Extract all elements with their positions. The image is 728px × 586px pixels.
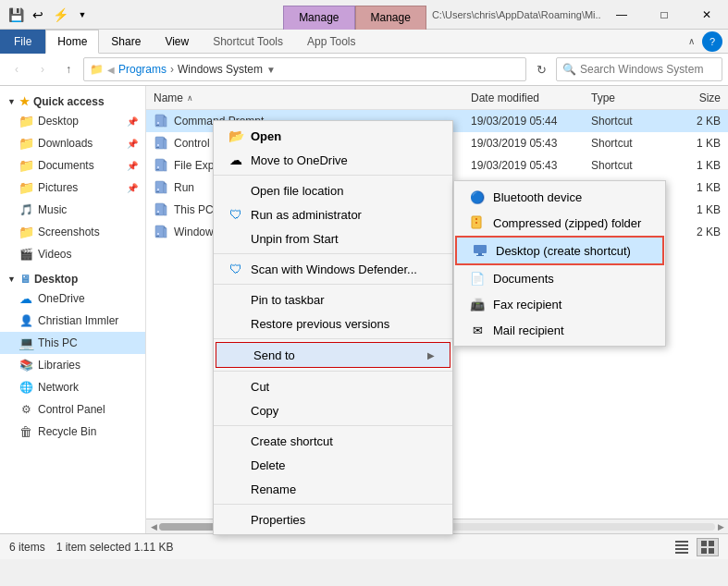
ctx-properties[interactable]: Properties: [214, 507, 452, 531]
ribbon: File Home Share View Shortcut Tools App …: [0, 30, 728, 54]
manage-tab-shortcut-tools[interactable]: Manage: [283, 6, 354, 30]
address-path-bar[interactable]: 📁 ◀ Programs › Windows System ▼: [83, 57, 526, 81]
sub-bluetooth-label: Bluetooth device: [493, 190, 582, 204]
col-name-label: Name: [154, 92, 183, 104]
sub-documents[interactable]: 📄 Documents: [454, 265, 665, 291]
sidebar-item-pictures[interactable]: 📁 Pictures 📌: [0, 177, 145, 199]
sidebar-pictures-label: Pictures: [38, 181, 78, 194]
svg-rect-13: [157, 166, 159, 168]
ctx-scan-defender[interactable]: 🛡 Scan with Windows Defender...: [214, 257, 452, 281]
ctx-send-to[interactable]: Send to ▶: [216, 342, 450, 368]
tab-view[interactable]: View: [153, 30, 201, 54]
ctx-sendto-arrow: ▶: [427, 350, 435, 360]
svg-marker-21: [164, 203, 167, 206]
ctx-cut[interactable]: Cut: [214, 374, 452, 398]
sub-fax[interactable]: 📠 Fax recipient: [454, 291, 665, 317]
tab-share[interactable]: Share: [99, 30, 153, 54]
sidebar-christian-label: Christian Immler: [38, 314, 118, 327]
svg-rect-14: [156, 169, 159, 170]
screenshots-folder-icon: 📁: [19, 225, 33, 239]
help-button[interactable]: ?: [702, 31, 722, 52]
sidebar-item-documents[interactable]: 📁 Documents 📌: [0, 154, 145, 177]
ctx-delete[interactable]: Delete: [214, 453, 452, 477]
breadcrumb-sep: ›: [170, 63, 174, 76]
ribbon-tab-row: File Home Share View Shortcut Tools App …: [0, 30, 728, 54]
svg-marker-1: [164, 115, 167, 117]
properties-quick-icon[interactable]: ⚡: [50, 5, 70, 25]
desktop-group-header[interactable]: ▼ 🖥 Desktop: [0, 267, 145, 287]
sub-mail[interactable]: ✉ Mail recipient: [454, 317, 665, 343]
sidebar-item-network[interactable]: 🌐 Network: [0, 376, 145, 398]
svg-rect-32: [675, 548, 688, 550]
list-view-btn[interactable]: [697, 538, 719, 556]
quick-access-header[interactable]: ▼ ★ Quick access: [0, 90, 145, 110]
ribbon-collapse-btn[interactable]: ∧: [685, 34, 698, 48]
forward-button[interactable]: ›: [31, 58, 54, 80]
ctx-rename[interactable]: Rename: [214, 477, 452, 501]
manage-tab-app-tools[interactable]: Manage: [355, 6, 426, 30]
col-date[interactable]: Date modified: [471, 92, 591, 104]
col-size[interactable]: Size: [665, 92, 721, 104]
sub-mail-label: Mail recipient: [493, 324, 564, 337]
ctx-pin-icon: [228, 292, 243, 307]
search-input[interactable]: [580, 63, 719, 76]
search-box[interactable]: 🔍: [556, 57, 722, 81]
ctx-rename-icon: [228, 482, 243, 496]
tab-shortcut-tools[interactable]: Shortcut Tools: [201, 30, 295, 54]
sort-indicator: ∧: [187, 93, 193, 103]
ctx-unpin-start[interactable]: Unpin from Start: [214, 226, 452, 250]
svg-rect-19: [156, 191, 159, 192]
sidebar-item-control-panel[interactable]: ⚙ Control Panel: [0, 398, 145, 421]
breadcrumb-dropdown[interactable]: ▼: [266, 65, 276, 75]
control-panel-icon: ⚙: [19, 402, 33, 417]
tab-app-tools[interactable]: App Tools: [295, 30, 367, 54]
sidebar-item-desktop[interactable]: 📁 Desktop 📌: [0, 110, 145, 132]
details-view-btn[interactable]: [671, 538, 693, 556]
thispc-icon: 💻: [19, 336, 33, 350]
scroll-right-btn[interactable]: ▶: [715, 521, 726, 532]
col-type[interactable]: Type: [591, 92, 665, 104]
sidebar-item-thispc[interactable]: 💻 This PC: [0, 332, 145, 354]
svg-rect-4: [156, 125, 159, 126]
sidebar-item-onedrive[interactable]: ☁ OneDrive: [0, 287, 145, 310]
ctx-create-shortcut[interactable]: Create shortcut: [214, 429, 452, 453]
sub-bluetooth[interactable]: 🔵 Bluetooth device: [454, 184, 665, 210]
scroll-left-btn[interactable]: ◀: [148, 521, 159, 532]
minimize-button[interactable]: —: [600, 0, 643, 30]
save-icon[interactable]: 💾: [6, 5, 26, 25]
file-type: Shortcut: [591, 137, 665, 150]
sidebar-item-downloads[interactable]: 📁 Downloads 📌: [0, 132, 145, 154]
dropdown-icon[interactable]: ▼: [72, 5, 93, 25]
sidebar-item-screenshots[interactable]: 📁 Screenshots: [0, 221, 145, 243]
ctx-restore-versions[interactable]: Restore previous versions: [214, 311, 452, 336]
status-bar: 6 items 1 item selected 1.11 KB: [0, 533, 728, 559]
ctx-copy[interactable]: Copy: [214, 398, 452, 422]
sidebar-item-music[interactable]: 🎵 Music: [0, 199, 145, 221]
ctx-move-onedrive[interactable]: ☁ Move to OneDrive: [214, 148, 452, 172]
back-button[interactable]: ‹: [6, 58, 28, 80]
sidebar-item-videos[interactable]: 🎬 Videos: [0, 243, 145, 265]
sidebar-item-recycle-bin[interactable]: 🗑 Recycle Bin: [0, 421, 145, 443]
svg-rect-37: [709, 548, 714, 554]
svg-rect-30: [675, 541, 688, 543]
ctx-pin-taskbar[interactable]: Pin to taskbar: [214, 287, 452, 311]
up-button[interactable]: ↑: [57, 58, 80, 80]
undo-icon[interactable]: ↩: [28, 5, 48, 25]
ctx-open-location[interactable]: Open file location: [214, 178, 452, 202]
sidebar-item-libraries[interactable]: 📚 Libraries: [0, 354, 145, 376]
ctx-run-admin[interactable]: 🛡 Run as administrator: [214, 202, 452, 226]
breadcrumb-windows-system[interactable]: Windows System: [178, 63, 263, 76]
close-button[interactable]: ✕: [685, 0, 728, 30]
breadcrumb-left-arrow[interactable]: ◀: [107, 65, 115, 75]
sub-compressed[interactable]: Compressed (zipped) folder: [454, 210, 665, 236]
tab-file[interactable]: File: [0, 30, 45, 54]
sidebar-item-christian[interactable]: 👤 Christian Immler: [0, 310, 145, 332]
col-name[interactable]: Name ∧: [154, 92, 471, 104]
tab-home[interactable]: Home: [45, 30, 99, 54]
breadcrumb-programs[interactable]: Programs: [118, 63, 167, 76]
sub-desktop-shortcut[interactable]: Desktop (create shortcut): [455, 236, 664, 265]
ctx-open-icon: 📂: [228, 128, 243, 143]
ctx-open[interactable]: 📂 Open: [214, 124, 452, 148]
maximize-button[interactable]: □: [643, 0, 685, 30]
refresh-button[interactable]: ↻: [530, 58, 552, 80]
